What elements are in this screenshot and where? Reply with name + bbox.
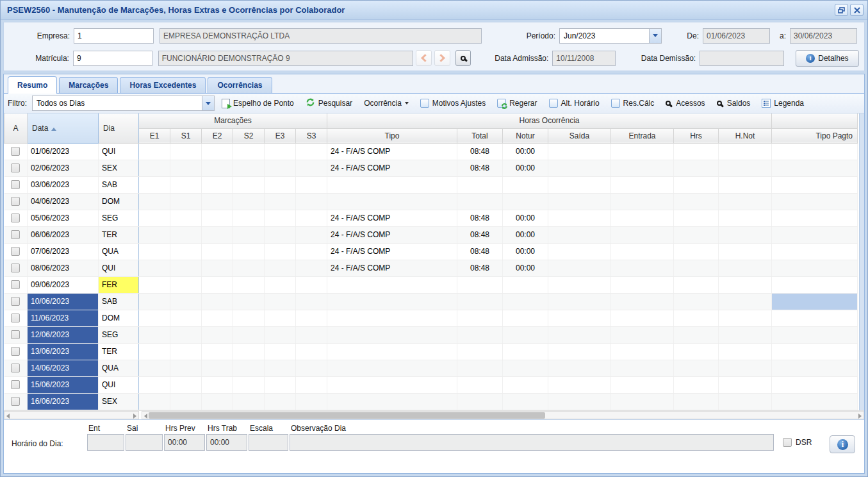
- cell-hnot[interactable]: [719, 160, 772, 176]
- table-row[interactable]: 07/06/2023QUA24 - F/A/S COMP08:4800:00: [4, 243, 858, 260]
- cell-dia[interactable]: FER: [99, 276, 139, 293]
- cell-hrs[interactable]: [674, 210, 719, 226]
- cell-tipo[interactable]: [327, 326, 457, 343]
- cell-s2[interactable]: [233, 176, 265, 193]
- row-select-cell[interactable]: [4, 226, 28, 243]
- cell-s3[interactable]: [296, 243, 327, 260]
- cell-dia[interactable]: TER: [99, 343, 139, 360]
- cell-s3[interactable]: [296, 193, 327, 210]
- cell-hnot[interactable]: [719, 293, 772, 310]
- cell-entrada[interactable]: [611, 326, 674, 343]
- cell-data[interactable]: 02/06/2023: [28, 160, 99, 176]
- cell-total[interactable]: 08:48: [457, 210, 503, 226]
- cell-hrs[interactable]: [674, 193, 719, 210]
- detalhes-button[interactable]: i Detalhes: [796, 50, 859, 67]
- cell-hnot[interactable]: [719, 343, 772, 360]
- cell-total[interactable]: [457, 326, 503, 343]
- cell-e3[interactable]: [265, 143, 296, 160]
- table-row[interactable]: 13/06/2023TER: [4, 343, 858, 360]
- cell-tipo[interactable]: 24 - F/A/S COMP: [327, 260, 457, 276]
- cell-pagto[interactable]: [772, 293, 858, 310]
- scroll-right-icon[interactable]: [133, 414, 136, 419]
- cell-data[interactable]: 12/06/2023: [28, 326, 99, 343]
- cell-s1[interactable]: [170, 193, 202, 210]
- cell-entrada[interactable]: [611, 310, 674, 326]
- cell-saida[interactable]: [548, 193, 611, 210]
- cell-data[interactable]: 08/06/2023: [28, 260, 99, 276]
- cell-total[interactable]: [457, 360, 503, 376]
- filtro-trigger[interactable]: [202, 96, 214, 110]
- cell-s1[interactable]: [170, 160, 202, 176]
- cell-e1[interactable]: [139, 260, 170, 276]
- table-row[interactable]: 15/06/2023QUI: [4, 376, 858, 393]
- cell-data[interactable]: 16/06/2023: [28, 393, 99, 410]
- cell-total[interactable]: 08:48: [457, 243, 503, 260]
- horizontal-scrollbar[interactable]: [142, 411, 864, 419]
- cell-dia[interactable]: SEG: [99, 210, 139, 226]
- cell-saida[interactable]: [548, 143, 611, 160]
- row-checkbox[interactable]: [11, 230, 20, 239]
- cell-e1[interactable]: [139, 310, 170, 326]
- cell-tipo[interactable]: [327, 193, 457, 210]
- column-header-e3[interactable]: E3: [265, 128, 296, 143]
- cell-saida[interactable]: [548, 393, 611, 410]
- cell-total[interactable]: [457, 293, 503, 310]
- table-row[interactable]: 01/06/2023QUI24 - F/A/S COMP08:4800:00: [4, 143, 858, 160]
- cell-e3[interactable]: [265, 376, 296, 393]
- column-header-hrs[interactable]: Hrs: [674, 128, 719, 143]
- cell-e3[interactable]: [265, 226, 296, 243]
- cell-data[interactable]: 07/06/2023: [28, 243, 99, 260]
- cell-e3[interactable]: [265, 210, 296, 226]
- tab-marcacoes[interactable]: Marcações: [59, 77, 118, 93]
- scroll-right-icon[interactable]: [858, 414, 862, 419]
- cell-data[interactable]: 05/06/2023: [28, 210, 99, 226]
- cell-entrada[interactable]: [611, 393, 674, 410]
- row-checkbox[interactable]: [11, 380, 20, 389]
- cell-hnot[interactable]: [719, 260, 772, 276]
- cell-s3[interactable]: [296, 276, 327, 293]
- cell-e1[interactable]: [139, 193, 170, 210]
- espelho-de-ponto-button[interactable]: Espelho de Ponto: [217, 97, 299, 110]
- cell-e2[interactable]: [202, 143, 233, 160]
- cell-entrada[interactable]: [611, 293, 674, 310]
- cell-e2[interactable]: [202, 376, 233, 393]
- cell-entrada[interactable]: [611, 276, 674, 293]
- cell-saida[interactable]: [548, 160, 611, 176]
- column-header-e1[interactable]: E1: [139, 128, 170, 143]
- cell-hnot[interactable]: [719, 360, 772, 376]
- cell-notur[interactable]: [503, 193, 548, 210]
- cell-s1[interactable]: [170, 176, 202, 193]
- table-row[interactable]: 02/06/2023SEX24 - F/A/S COMP08:4800:00: [4, 160, 858, 176]
- row-checkbox[interactable]: [11, 163, 20, 172]
- cell-s2[interactable]: [233, 293, 265, 310]
- cell-total[interactable]: 08:48: [457, 160, 503, 176]
- cell-e1[interactable]: [139, 226, 170, 243]
- cell-e1[interactable]: [139, 210, 170, 226]
- cell-entrada[interactable]: [611, 143, 674, 160]
- cell-e2[interactable]: [202, 243, 233, 260]
- cell-s3[interactable]: [296, 143, 327, 160]
- table-row[interactable]: 16/06/2023SEX: [4, 393, 858, 410]
- cell-s1[interactable]: [170, 376, 202, 393]
- cell-s3[interactable]: [296, 393, 327, 410]
- column-header-s3[interactable]: S3: [296, 128, 327, 143]
- cell-total[interactable]: 08:48: [457, 143, 503, 160]
- cell-entrada[interactable]: [611, 210, 674, 226]
- cell-hrs[interactable]: [674, 360, 719, 376]
- cell-s1[interactable]: [170, 143, 202, 160]
- cell-e3[interactable]: [265, 343, 296, 360]
- cell-s2[interactable]: [233, 376, 265, 393]
- cell-s2[interactable]: [233, 143, 265, 160]
- cell-s3[interactable]: [296, 376, 327, 393]
- cell-e3[interactable]: [265, 310, 296, 326]
- pesquisar-button[interactable]: Pesquisar: [301, 96, 357, 111]
- cell-e2[interactable]: [202, 293, 233, 310]
- alt-horario-button[interactable]: Alt. Horário: [545, 97, 604, 110]
- cell-e2[interactable]: [202, 276, 233, 293]
- cell-dia[interactable]: QUA: [99, 360, 139, 376]
- table-row[interactable]: 04/06/2023DOM: [4, 193, 858, 210]
- cell-tipo[interactable]: 24 - F/A/S COMP: [327, 226, 457, 243]
- cell-dia[interactable]: TER: [99, 226, 139, 243]
- cell-total[interactable]: [457, 343, 503, 360]
- cell-notur[interactable]: [503, 326, 548, 343]
